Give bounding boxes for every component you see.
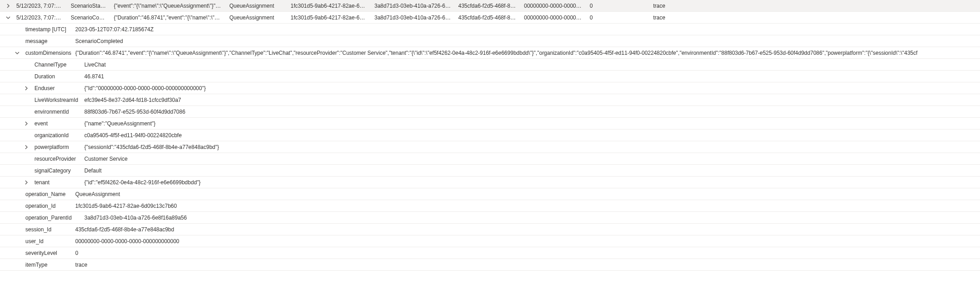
detail-row-message: message ScenarioCompleted [0,35,980,47]
cell-message: ScenarioStarted [67,3,110,9]
collapse-icon[interactable] [13,51,22,55]
detail-value: 00000000-0000-0000-0000-000000000000 [72,238,980,244]
table-row[interactable]: 5/12/2023, 7:07:42.671 AM ScenarioStarte… [0,0,980,12]
detail-row-tenant[interactable]: tenant {"id":"ef5f4262-0e4a-48c2-916f-e6… [0,177,980,188]
detail-label: powerplatform [31,144,81,150]
detail-row-user-id: user_Id 00000000-0000-0000-0000-00000000… [0,235,980,247]
cell-operation-name: QueueAssignment [226,3,287,9]
detail-label: message [22,38,72,44]
cell-operation-parentid: 3a8d71d3-03eb-410a-a726-6e8f16a89a56 [371,3,455,9]
table-row[interactable]: 5/12/2023, 7:07:42.718 A... ScenarioComp… [0,12,980,24]
detail-row-channeltype: ChannelType LiveChat [0,59,980,71]
detail-row-itemtype: itemType trace [0,259,980,271]
cell-timestamp: 5/12/2023, 7:07:42.671 AM [13,3,67,9]
expand-icon[interactable] [22,86,31,91]
expand-icon[interactable] [22,121,31,126]
cell-message: ScenarioCompleted [67,14,110,21]
detail-row-operation-parentid: operation_ParentId 3a8d71d3-03eb-410a-a7… [0,212,980,224]
detail-label: resourceProvider [31,156,81,162]
detail-row-session-id: session_Id 435cfda6-f2d5-468f-8b4e-a77e8… [0,224,980,235]
detail-value: {"Duration":"46.8741","event":"{\"name\"… [72,50,980,56]
detail-label: environmentId [31,109,81,115]
cell-itemtype: trace [650,3,686,9]
detail-row-event[interactable]: event {"name":"QueueAssignment"} [0,118,980,129]
detail-label: event [31,120,81,127]
cell-operation-id: 1fc301d5-9ab6-4217-82ae-6d09c13c7b60 [287,14,371,21]
detail-value: trace [72,262,980,268]
detail-row-severitylevel: severityLevel 0 [0,247,980,259]
detail-value: 3a8d71d3-03eb-410a-a726-6e8f16a89a56 [81,215,980,221]
detail-value: {"sessionId":"435cfda6-f2d5-468f-8b4e-a7… [81,144,980,150]
detail-value: QueueAssignment [72,191,980,197]
detail-value: c0a95405-4f5f-ed11-94f0-00224820cbfe [81,132,980,139]
detail-label: session_Id [22,226,72,233]
detail-row-powerplatform[interactable]: powerplatform {"sessionId":"435cfda6-f2d… [0,141,980,153]
detail-row-environmentid: environmentId 88f803d6-7b67-e525-953d-60… [0,106,980,118]
detail-value: 0 [72,250,980,256]
expand-icon[interactable] [22,145,31,149]
detail-row-operation-name: operation_Name QueueAssignment [0,188,980,200]
cell-session-id: 435cfda6-f2d5-468f-8b4e-a77... [455,3,520,9]
detail-value: Default [81,168,980,174]
detail-row-organizationid: organizationId c0a95405-4f5f-ed11-94f0-0… [0,129,980,141]
detail-value: {"id":"ef5f4262-0e4a-48c2-916f-e6e6699bd… [81,179,980,186]
expand-icon[interactable] [4,4,13,8]
detail-label: LiveWorkstreamId [31,97,81,103]
detail-row-timestamp: timestamp [UTC] 2023-05-12T07:07:42.7185… [0,24,980,35]
detail-value: ScenarioCompleted [72,38,980,44]
detail-value: Customer Service [81,156,980,162]
detail-label: severityLevel [22,250,72,256]
detail-label: signalCategory [31,168,81,174]
cell-itemtype: trace [650,14,686,21]
detail-value: 88f803d6-7b67-e525-953d-60f4d9dd7086 [81,109,980,115]
detail-value: 1fc301d5-9ab6-4217-82ae-6d09c13c7b60 [72,203,980,209]
detail-label: itemType [22,262,72,268]
cell-severity: 0 [586,14,650,21]
cell-user-id: 00000000-0000-0000-0000-00... [520,14,586,21]
detail-label: Enduser [31,85,81,91]
detail-label: ChannelType [31,62,81,68]
detail-value: 435cfda6-f2d5-468f-8b4e-a77e848ac9bd [72,226,980,233]
collapse-icon[interactable] [4,15,13,20]
detail-label: operation_ParentId [22,215,81,221]
detail-label: operation_Name [22,191,72,197]
detail-label: timestamp [UTC] [22,26,72,33]
detail-label: customDimensions [22,50,72,56]
detail-label: operation_Id [22,203,72,209]
detail-label: Duration [31,73,81,80]
detail-value: 2023-05-12T07:07:42.7185674Z [72,26,980,33]
cell-details: {"Duration":"46.8741","event":"{\"name\"… [110,14,226,21]
detail-value: LiveChat [81,62,980,68]
cell-operation-parentid: 3a8d71d3-03eb-410a-a726-6e8f16a89a56 [371,14,455,21]
detail-value: {"Id":"00000000-0000-0000-0000-000000000… [81,85,980,91]
detail-label: user_Id [22,238,72,244]
detail-label: tenant [31,179,81,186]
expand-icon[interactable] [22,180,31,185]
cell-user-id: 00000000-0000-0000-0000-00... [520,3,586,9]
detail-value: 46.8741 [81,73,980,80]
detail-row-duration: Duration 46.8741 [0,71,980,82]
cell-severity: 0 [586,3,650,9]
detail-label: organizationId [31,132,81,139]
detail-row-signalcategory: signalCategory Default [0,165,980,177]
detail-row-liveworkstreamid: LiveWorkstreamId efc39e45-8e37-2d64-fd18… [0,94,980,106]
cell-operation-name: QueueAssignment [226,14,287,21]
detail-row-customdimensions[interactable]: customDimensions {"Duration":"46.8741","… [0,47,980,59]
detail-row-operation-id: operation_Id 1fc301d5-9ab6-4217-82ae-6d0… [0,200,980,212]
cell-session-id: 435cfda6-f2d5-468f-8b4e-a77... [455,14,520,21]
detail-value: efc39e45-8e37-2d64-fd18-1cfcc9df30a7 [81,97,980,103]
detail-value: {"name":"QueueAssignment"} [81,120,980,127]
detail-row-enduser[interactable]: Enduser {"Id":"00000000-0000-0000-0000-0… [0,82,980,94]
cell-timestamp: 5/12/2023, 7:07:42.718 A... [13,14,67,21]
detail-row-resourceprovider: resourceProvider Customer Service [0,153,980,165]
cell-details: {"event":"{\"name\":\"QueueAssignment\"}… [110,3,226,9]
cell-operation-id: 1fc301d5-9ab6-4217-82ae-6d09c13c7b60 [287,3,371,9]
